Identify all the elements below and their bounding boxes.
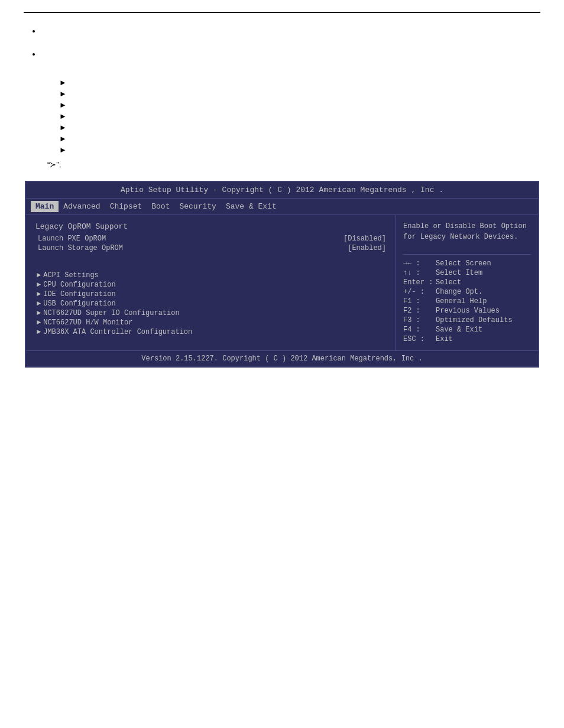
- help-divider: [403, 254, 531, 255]
- key-f1-desc: General Help: [436, 297, 487, 306]
- key-plusminus: +/- : Change Opt.: [403, 288, 531, 296]
- key-f1: F1 : General Help: [403, 297, 531, 306]
- nav-nct-super-io[interactable]: ► NCT6627UD Super IO Configuration: [35, 309, 386, 317]
- key-esc: ESC : Exit: [403, 335, 531, 343]
- key-select-item: ↑↓ : Select Item: [403, 269, 531, 277]
- key-plusminus-label: +/- :: [403, 288, 436, 296]
- section-label: Legacy OpROM Support: [35, 222, 386, 231]
- bullet-item-2: [41, 48, 540, 60]
- arrow-icon-5: ►: [59, 123, 67, 132]
- nav-nct-hw-monitor[interactable]: ► NCT6627UD H/W Monitor: [35, 318, 386, 327]
- arrow-icon-6: ►: [59, 134, 67, 143]
- nav-usb[interactable]: ► USB Configuration: [35, 300, 386, 308]
- nav-cpu[interactable]: ► CPU Configuration: [35, 281, 386, 289]
- storage-row[interactable]: Launch Storage OpROM [Enabled]: [35, 244, 386, 252]
- spacer-1: [35, 254, 386, 262]
- bios-screen: Aptio Setup Utility - Copyright ( C ) 20…: [25, 181, 539, 368]
- nav-arrow-ide: ►: [37, 290, 41, 298]
- arrow-item-7: ►: [59, 145, 540, 154]
- key-f3-label: F3 :: [403, 316, 436, 324]
- spacer-2: [35, 262, 386, 270]
- pxe-value: [Disabled]: [343, 235, 386, 243]
- arrow-icon-7: ►: [59, 145, 67, 154]
- key-f2-desc: Previous Values: [436, 307, 500, 315]
- key-f1-label: F1 :: [403, 297, 436, 306]
- bullet-list: [41, 25, 540, 60]
- nav-jmb36x[interactable]: ► JMB36X ATA Controller Configuration: [35, 328, 386, 336]
- arrow-item-6: ►: [59, 134, 540, 143]
- arrow-item-5: ►: [59, 123, 540, 132]
- key-select-screen-desc: Select Screen: [436, 259, 491, 268]
- nav-arrow-jmb36x: ►: [37, 328, 41, 336]
- nav-ide[interactable]: ► IDE Configuration: [35, 290, 386, 298]
- arrow-icon-3: ►: [59, 100, 67, 109]
- key-f4: F4 : Save & Exit: [403, 326, 531, 334]
- nav-arrow-cpu: ►: [37, 281, 41, 289]
- key-f2-label: F2 :: [403, 307, 436, 315]
- bios-menu-bar: Main Advanced Chipset Boot Security Save…: [26, 199, 538, 215]
- bios-right-panel: Enable or Disable Boot Option for Legacy…: [396, 215, 538, 350]
- key-f4-desc: Save & Exit: [436, 326, 482, 334]
- key-f3: F3 : Optimized Defaults: [403, 316, 531, 324]
- bios-left-panel: Legacy OpROM Support Launch PXE OpROM [D…: [26, 215, 396, 350]
- arrow-item-2: ►: [59, 89, 540, 98]
- key-updown: ↑↓ :: [403, 269, 436, 277]
- help-text: Enable or Disable Boot Option for Legacy…: [403, 221, 531, 242]
- arrow-item-3: ►: [59, 100, 540, 109]
- bullet-item-1: [41, 25, 540, 37]
- key-select-screen: →← : Select Screen: [403, 259, 531, 268]
- pxe-label: Launch PXE OpROM: [38, 235, 106, 243]
- nav-arrow-nct-hw-monitor: ►: [37, 318, 41, 327]
- top-divider: [24, 12, 540, 13]
- storage-label: Launch Storage OpROM: [38, 244, 123, 252]
- key-plusminus-desc: Change Opt.: [436, 288, 482, 296]
- pxe-row[interactable]: Launch PXE OpROM [Disabled]: [35, 235, 386, 243]
- arrow-item-1: ►: [59, 78, 540, 87]
- menu-item-chipset[interactable]: Chipset: [105, 201, 147, 212]
- nav-arrow-acpi: ►: [37, 271, 41, 280]
- key-f2: F2 : Previous Values: [403, 307, 531, 315]
- storage-value: [Enabled]: [348, 244, 386, 252]
- arrow-list: ► ► ► ► ► ► ►: [59, 78, 540, 154]
- arrow-icon-1: ►: [59, 78, 67, 87]
- bios-body: Legacy OpROM Support Launch PXE OpROM [D…: [26, 215, 538, 350]
- key-esc-desc: Exit: [436, 335, 453, 343]
- key-arrows: →← :: [403, 259, 436, 268]
- nav-acpi[interactable]: ► ACPI Settings: [35, 271, 386, 280]
- bullet-text-1: [41, 26, 44, 35]
- menu-item-main[interactable]: Main: [31, 201, 59, 212]
- key-f4-label: F4 :: [403, 326, 436, 334]
- symbol-note: “≻”,: [47, 160, 540, 169]
- bios-title: Aptio Setup Utility - Copyright ( C ) 20…: [26, 182, 538, 199]
- key-esc-label: ESC :: [403, 335, 436, 343]
- key-f3-desc: Optimized Defaults: [436, 316, 513, 324]
- key-select-item-desc: Select Item: [436, 269, 482, 277]
- arrow-icon-4: ►: [59, 112, 67, 121]
- arrow-item-4: ►: [59, 112, 540, 121]
- nav-arrow-usb: ►: [37, 300, 41, 308]
- key-enter: Enter : Select: [403, 278, 531, 287]
- arrow-icon-2: ►: [59, 89, 67, 98]
- bios-footer: Version 2.15.1227. Copyright ( C ) 2012 …: [26, 350, 538, 366]
- key-enter-label: Enter :: [403, 278, 436, 287]
- nav-arrow-nct-super-io: ►: [37, 309, 41, 317]
- menu-item-security[interactable]: Security: [174, 201, 221, 212]
- menu-item-boot[interactable]: Boot: [147, 201, 174, 212]
- menu-item-save-exit[interactable]: Save & Exit: [221, 201, 281, 212]
- key-enter-desc: Select: [436, 278, 461, 287]
- bullet-text-2: [41, 49, 44, 58]
- menu-item-advanced[interactable]: Advanced: [59, 201, 105, 212]
